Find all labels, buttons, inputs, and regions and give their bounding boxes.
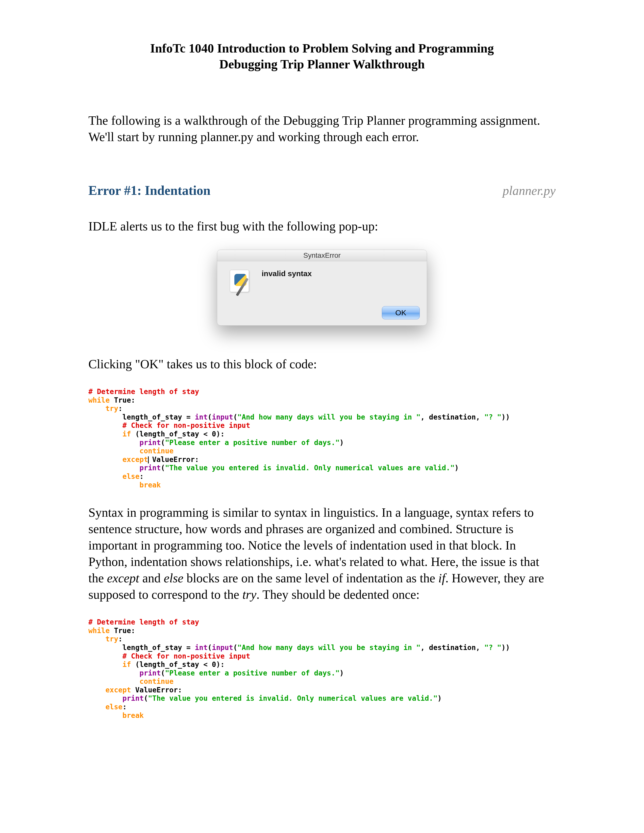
code-builtin: input: [212, 413, 233, 421]
code-text: ): [455, 464, 459, 472]
code-builtin: print: [139, 464, 161, 472]
dialog-container: SyntaxError invalid syntax OK: [89, 250, 555, 326]
code-keyword: try: [105, 404, 118, 413]
code-text: (: [161, 464, 165, 472]
explanation-paragraph: Syntax in programming is similar to synt…: [89, 504, 555, 603]
code-text: ): [340, 669, 344, 677]
code-text: :: [139, 472, 144, 481]
dialog-title: SyntaxError: [217, 250, 427, 261]
intro-paragraph: The following is a walkthrough of the De…: [89, 113, 555, 145]
code-keyword: continue: [139, 677, 174, 685]
after-dialog-text: Clicking "OK" takes us to this block of …: [89, 356, 555, 372]
dialog-message: invalid syntax: [262, 269, 312, 278]
code-text: True:: [109, 627, 135, 635]
code-keyword: if: [122, 430, 131, 438]
code-string: "And how many days will you be staying i…: [237, 643, 420, 652]
code-keyword: break: [139, 481, 161, 489]
code-keyword: break: [122, 711, 144, 720]
header-line-1: InfoTc 1040 Introduction to Problem Solv…: [89, 40, 555, 56]
code-text: , destination,: [420, 413, 485, 421]
python-document-icon: [227, 269, 253, 294]
code-text: ): [438, 694, 442, 703]
code-string: "? ": [485, 643, 501, 652]
code-text: (: [161, 439, 165, 447]
text-cursor: [148, 457, 149, 463]
code-builtin: print: [139, 439, 161, 447]
code-builtin: input: [212, 643, 233, 652]
explanation-em: try: [242, 587, 257, 601]
code-comment: # Determine length of stay: [89, 618, 199, 626]
explanation-em: if: [438, 571, 446, 585]
code-text: :: [118, 635, 122, 643]
error-heading-row: Error #1: Indentation planner.py: [89, 183, 555, 198]
explanation-em: else: [164, 571, 184, 585]
dialog-body: invalid syntax: [217, 261, 427, 306]
error-title: Error #1: Indentation: [89, 183, 210, 198]
code-keyword: while: [89, 627, 109, 635]
code-text: )): [501, 643, 510, 652]
code-comment: # Determine length of stay: [89, 388, 199, 396]
code-string: "? ": [485, 413, 501, 421]
code-text: (: [233, 643, 237, 652]
code-comment: # Check for non-positive input: [122, 421, 250, 429]
code-keyword: except: [105, 686, 131, 694]
document-header: InfoTc 1040 Introduction to Problem Solv…: [89, 40, 555, 72]
code-string: "Please enter a positive number of days.…: [165, 439, 340, 447]
code-text: (length_of_stay < 0):: [131, 660, 225, 669]
header-line-2: Debugging Trip Planner Walkthrough: [89, 56, 555, 72]
code-string: "Please enter a positive number of days.…: [165, 669, 340, 677]
explanation-text: and: [139, 571, 164, 585]
ok-button[interactable]: OK: [382, 306, 420, 319]
explanation-text: blocks are on the same level of indentat…: [184, 571, 438, 585]
code-keyword: continue: [139, 447, 174, 455]
code-keyword: else: [105, 703, 122, 711]
code-text: :: [122, 703, 127, 711]
error-lead-in: IDLE alerts us to the first bug with the…: [89, 218, 555, 235]
code-text: )): [501, 413, 510, 421]
code-text: length_of_stay =: [122, 643, 195, 652]
syntax-error-dialog: SyntaxError invalid syntax OK: [217, 250, 427, 326]
dialog-button-row: OK: [217, 306, 427, 325]
code-text: (: [144, 694, 148, 703]
code-text: (: [161, 669, 165, 677]
code-text: ): [340, 439, 344, 447]
code-string: "And how many days will you be staying i…: [237, 413, 420, 421]
code-string: "The value you entered is invalid. Only …: [148, 694, 438, 703]
code-comment: # Check for non-positive input: [122, 652, 250, 660]
code-keyword: try: [105, 635, 118, 643]
explanation-text: . They should be dedented once:: [256, 587, 420, 601]
code-keyword: while: [89, 396, 109, 404]
code-keyword: except: [122, 455, 148, 464]
code-text: True:: [109, 396, 135, 404]
code-text: (: [233, 413, 237, 421]
code-string: "The value you entered is invalid. Only …: [165, 464, 454, 472]
code-text: (: [208, 413, 212, 421]
code-builtin: int: [195, 643, 208, 652]
code-builtin: int: [195, 413, 208, 421]
code-text: :: [118, 404, 122, 413]
code-text: (: [208, 643, 212, 652]
code-text: (length_of_stay < 0):: [131, 430, 225, 438]
error-filename: planner.py: [502, 183, 555, 198]
code-text: , destination,: [420, 643, 485, 652]
code-builtin: print: [122, 694, 144, 703]
page: InfoTc 1040 Introduction to Problem Solv…: [0, 0, 644, 833]
code-keyword: else: [122, 472, 139, 481]
code-builtin: print: [139, 669, 161, 677]
code-block-before: # Determine length of stay while True: t…: [89, 388, 555, 489]
explanation-em: except: [107, 571, 139, 585]
code-text: ValueError:: [131, 686, 182, 694]
code-block-after: # Determine length of stay while True: t…: [89, 618, 555, 720]
code-text: length_of_stay =: [122, 413, 195, 421]
code-text: ValueError:: [152, 455, 199, 464]
code-keyword: if: [122, 660, 131, 669]
